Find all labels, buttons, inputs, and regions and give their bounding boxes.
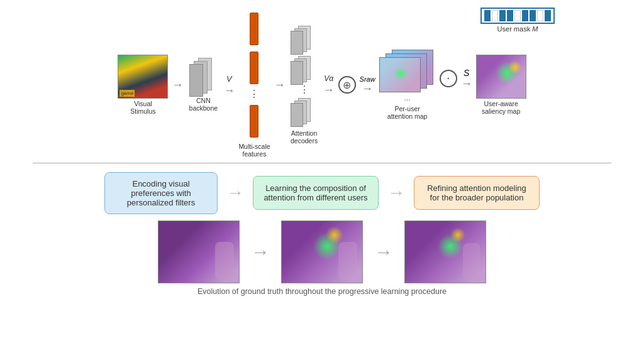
box-encoding-text: Encoding visual preferences with persona… [115, 179, 207, 207]
bottom-caption: Evolution of ground truth throughout the… [197, 287, 447, 296]
d2-3 [291, 61, 303, 85]
sum-circle: ⊕ [338, 76, 356, 94]
bottom-arrow-2: → [374, 241, 393, 263]
cnn-rect-3 [189, 64, 203, 97]
box-arrow-1: → [226, 183, 244, 203]
dots-maps: ... [404, 94, 411, 102]
user-mask-bar [480, 8, 555, 24]
cnn-backbone-item: CNN backbone [187, 58, 219, 112]
mb5 [530, 10, 536, 21]
orange-filter-row: ⋮ [249, 13, 259, 138]
top-section: game Visual Stimulus → CNN backbone V → [8, 6, 636, 163]
bottom-section: Encoding visual preferences with persona… [8, 163, 636, 296]
visual-stimulus-item: game Visual Stimulus [118, 55, 168, 115]
bottom-thumb-1 [158, 221, 240, 283]
sum-group: ⊕ [338, 76, 356, 94]
bottom-arrow-1: → [251, 241, 270, 263]
output-saliency-item: User-aware saliency map [476, 55, 526, 115]
multiscale-group: ⋮ Multi-scale features [238, 13, 270, 158]
mb3 [507, 10, 513, 21]
visual-stimulus-label: Visual Stimulus [130, 100, 155, 115]
arrow-3: → [274, 79, 286, 90]
box-learning: Learning the composition of attention fr… [253, 176, 379, 210]
user-mask-label: User mask M [497, 25, 538, 33]
mb1 [484, 10, 491, 21]
sraw-group: Sraw → [360, 75, 375, 94]
pu-map-3 [379, 57, 421, 92]
mw1 [492, 10, 498, 21]
bottom-boxes: Encoding visual preferences with persona… [104, 172, 540, 214]
va-arrow-group: Vα → [323, 74, 335, 95]
s-group: S → [461, 68, 472, 89]
decoder-group: ⋮ Attention decoders [289, 26, 319, 144]
figure-silhouette-3 [463, 243, 480, 280]
orange-filter-2 [250, 52, 258, 84]
cnn-blocks [187, 58, 219, 95]
main-container: game Visual Stimulus → CNN backbone V → [8, 0, 636, 302]
peruser-group: ... Per-user attention map [379, 50, 436, 120]
figure-silhouette-2 [338, 242, 357, 280]
attention-decoders-label: Attention decoders [291, 129, 318, 144]
s-label: S [464, 68, 469, 78]
dots-decoders: ⋮ [299, 86, 309, 94]
mb2 [499, 10, 506, 21]
box-refining: Refining attention modeling for the broa… [414, 176, 540, 210]
dot-circle: · [440, 70, 457, 87]
multiscale-label: Multi-scale features [238, 143, 270, 158]
box-learning-text: Learning the composition of attention fr… [264, 183, 368, 202]
arrow-2: → [223, 85, 235, 96]
d1-3 [291, 31, 303, 55]
orange-filter-3 [250, 105, 258, 138]
arrow-5: → [362, 83, 373, 94]
box-arrow-2: → [387, 183, 405, 203]
dots-filters: ⋮ [249, 90, 259, 99]
decoder-2 [289, 56, 319, 82]
box-refining-text: Refining attention modeling for the broa… [425, 183, 529, 202]
va-label: Vα [324, 74, 333, 83]
mw3 [537, 10, 543, 21]
peruser-stack [379, 50, 436, 92]
decoder-3 [289, 98, 319, 124]
mw2 [514, 10, 521, 21]
arrow-4: → [323, 84, 335, 95]
dot-group: · [440, 70, 457, 87]
architecture-flow: game Visual Stimulus → CNN backbone V → [118, 13, 526, 158]
bottom-thumb-3 [404, 221, 486, 283]
figure-silhouette-1 [215, 242, 234, 280]
user-mask-group: User mask M [480, 8, 555, 33]
cnn-label: CNN backbone [189, 97, 218, 112]
user-aware-label: User-aware saliency map [482, 100, 520, 115]
input-image: game [118, 55, 168, 99]
arrow-6: → [461, 78, 472, 89]
decoder-1 [289, 26, 319, 52]
arrow-1: → [172, 79, 183, 90]
box-encoding: Encoding visual preferences with persona… [104, 172, 218, 214]
orange-filter-1 [250, 13, 258, 45]
peruser-label: Per-user attention map [387, 105, 428, 120]
bottom-thumb-2 [281, 221, 363, 283]
output-map [476, 55, 526, 99]
v-arrow-group: V → [223, 74, 235, 96]
v-label: V [226, 74, 232, 84]
mb4 [522, 10, 528, 21]
mb6 [545, 10, 551, 21]
d3-3 [291, 103, 303, 127]
bottom-images: → → [158, 221, 486, 283]
